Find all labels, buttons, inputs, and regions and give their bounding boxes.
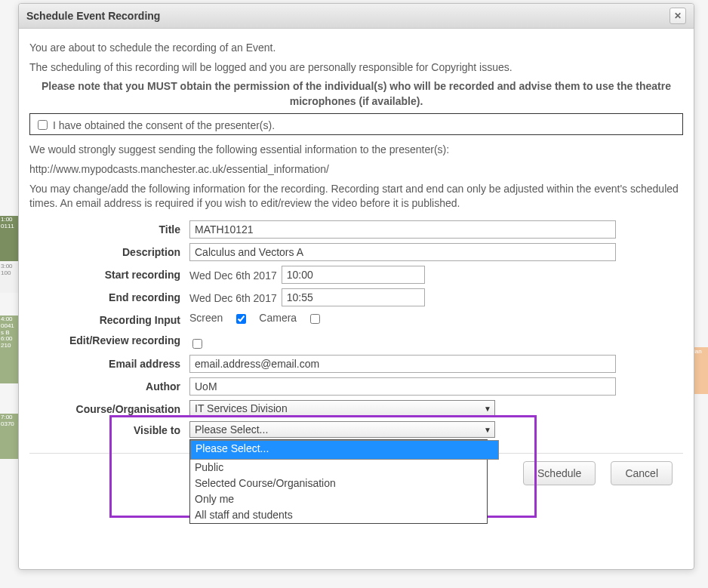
course-label: Course/Organisation [29, 400, 180, 417]
title-field[interactable] [189, 220, 616, 239]
course-select-value: IT Services Division [195, 402, 288, 414]
end-date-text: Wed Dec 6th 2017 [189, 291, 277, 304]
change-info-text: You may change/add the following informa… [29, 182, 683, 211]
visible-option[interactable]: Please Select... [190, 440, 499, 460]
email-field[interactable] [189, 355, 616, 373]
camera-checkbox[interactable] [310, 314, 320, 324]
screen-checkbox[interactable] [236, 314, 246, 324]
dialog-title: Schedule Event Recording [26, 10, 160, 22]
bg-cell: 7:00 0370 [0, 414, 18, 459]
bg-cell: 1:00 0111 [0, 216, 18, 261]
description-field[interactable] [189, 243, 616, 261]
visible-to-value: Please Select... [195, 423, 268, 436]
consent-box: I have obtained the consent of the prese… [29, 113, 683, 135]
start-date-text: Wed Dec 6th 2017 [189, 268, 277, 282]
start-time-field[interactable] [282, 266, 425, 284]
end-label: End recording [29, 288, 180, 305]
visible-to-select[interactable]: Please Select... ▼ [189, 421, 495, 438]
intro-text-1: You are about to schedule the recording … [29, 41, 683, 56]
review-checkbox[interactable] [192, 339, 202, 349]
recording-input-label: Recording Input [29, 311, 180, 328]
review-label: Edit/Review recording [29, 331, 180, 348]
description-label: Description [29, 243, 180, 260]
course-select[interactable]: IT Services Division ▼ [189, 400, 495, 417]
dialog-content: You are about to schedule the recording … [19, 29, 694, 569]
bg-cell: 3:00 100 [0, 263, 18, 293]
schedule-button[interactable]: Schedule [523, 461, 596, 485]
end-time-field[interactable] [282, 288, 425, 306]
cancel-button[interactable]: Cancel [611, 461, 673, 485]
screen-label: Screen [189, 312, 223, 324]
form-table: Title Description Start recording Wed De… [29, 220, 683, 439]
bg-cell: 4:00 0041 s B 6:00 210 [0, 316, 18, 383]
suggest-text: We would strongly suggest sending the fo… [29, 143, 683, 158]
permission-note: Please note that you MUST obtain the per… [29, 79, 683, 109]
intro-text-2: The scheduling of this recording will be… [29, 60, 683, 75]
close-icon: ✕ [674, 11, 682, 21]
visible-option[interactable]: Public [190, 460, 487, 476]
bg-cell-right: lan [693, 347, 708, 394]
camera-label: Camera [259, 312, 297, 324]
visible-to-dropdown: Please Select... Public Selected Course/… [189, 439, 488, 524]
chevron-down-icon: ▼ [484, 426, 491, 434]
author-field[interactable] [189, 377, 616, 396]
visible-option[interactable]: All staff and students [190, 507, 487, 523]
dialog-titlebar: Schedule Event Recording ✕ [19, 4, 694, 29]
chevron-down-icon: ▼ [484, 405, 491, 413]
author-label: Author [29, 377, 180, 394]
visible-label: Visible to [29, 421, 180, 438]
title-label: Title [29, 220, 180, 237]
essential-info-link[interactable]: http://www.mypodcasts.manchester.ac.uk/e… [29, 162, 683, 177]
visible-option[interactable]: Selected Course/Organisation [190, 476, 487, 491]
schedule-dialog: Schedule Event Recording ✕ You are about… [18, 3, 694, 570]
consent-label: I have obtained the consent of the prese… [53, 119, 275, 131]
visible-option[interactable]: Only me [190, 491, 487, 507]
start-label: Start recording [29, 266, 180, 282]
consent-checkbox[interactable] [38, 120, 48, 130]
close-button[interactable]: ✕ [670, 8, 686, 24]
email-label: Email address [29, 355, 180, 371]
background-calendar: 1:00 0111 3:00 100 4:00 0041 s B 6:00 21… [0, 0, 18, 588]
